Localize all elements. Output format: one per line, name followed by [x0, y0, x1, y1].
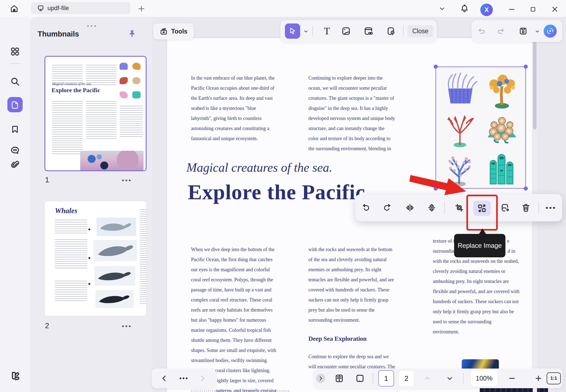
page-icon — [11, 100, 19, 109]
maximize-button[interactable] — [528, 4, 538, 14]
two-page-view-button[interactable] — [333, 372, 345, 384]
close-edit-button[interactable]: Close — [407, 25, 433, 37]
undo-button[interactable] — [476, 25, 488, 37]
link-tool-button[interactable] — [362, 25, 375, 38]
sidebar-item-grid[interactable] — [7, 44, 23, 59]
thumbnail-page-1[interactable]: Magical creatures of the sea. Explore th… — [44, 56, 147, 171]
page-2-button[interactable]: 2 — [398, 370, 414, 387]
highlight-red-arrow — [409, 172, 468, 195]
text-tool-button[interactable]: T — [320, 25, 333, 38]
sidebar-item-comments[interactable] — [7, 143, 23, 158]
selection-handle[interactable] — [524, 186, 528, 191]
crop-button[interactable] — [453, 202, 465, 214]
tools-button[interactable]: Tools — [153, 23, 194, 39]
book-view-icon — [335, 374, 344, 383]
selection-handle[interactable] — [524, 65, 528, 69]
close-edit-label: Close — [412, 28, 428, 35]
bell-icon — [460, 4, 469, 13]
expand-bar-button[interactable] — [316, 374, 325, 383]
minimize-icon — [508, 6, 515, 13]
delete-image-button[interactable] — [520, 202, 532, 214]
thumb1-more-button[interactable]: ••• — [120, 176, 134, 185]
redo-button[interactable] — [495, 25, 507, 37]
page-1-button[interactable]: 1 — [378, 370, 394, 387]
rotate-right-icon — [383, 203, 392, 212]
thumb1-title: Explore the Pacific — [52, 87, 100, 94]
collapse-toolbar-button[interactable] — [437, 5, 447, 13]
nav-more-button[interactable]: ••• — [176, 373, 192, 384]
more-options-button[interactable]: ••• — [544, 202, 558, 214]
ai-assistant-button[interactable] — [544, 25, 557, 38]
doc-text-line: of the sea and cleverly avoiding natural — [308, 255, 408, 265]
stamp-tool-button[interactable] — [384, 25, 397, 38]
actual-size-button[interactable]: 1:1 — [547, 372, 561, 384]
chevron-down-icon — [535, 29, 540, 34]
doc-text-line: astonishing creatures and constituting a — [191, 123, 291, 134]
thumb2-more-button[interactable]: ••• — [120, 322, 134, 330]
save-button[interactable] — [517, 25, 529, 37]
thumbnail-page-2[interactable]: Whales — [44, 201, 147, 316]
sidebar-item-search[interactable] — [7, 74, 23, 89]
export-image-button[interactable] — [499, 202, 511, 214]
chevron-down-icon — [446, 375, 453, 382]
top-bar: updf-file X — [0, 0, 566, 17]
selected-image-frame[interactable] — [436, 67, 526, 189]
save-dropdown[interactable] — [533, 27, 541, 35]
select-tool-button[interactable] — [285, 23, 300, 39]
panel-drag-handle[interactable] — [82, 23, 101, 28]
nav-back-button[interactable] — [158, 373, 170, 384]
doc-text-line: covered with hundreds of suckers. These — [308, 285, 408, 295]
nav-forward-button[interactable] — [196, 373, 208, 384]
chevron-left-icon — [161, 375, 168, 382]
new-tab-button[interactable] — [136, 4, 146, 14]
doc-text-line: Continuing to explore deeper into the — [308, 73, 408, 83]
rotate-right-button[interactable] — [382, 202, 394, 214]
avatar[interactable]: X — [480, 4, 493, 16]
zoom-level-button[interactable]: 100% — [471, 370, 498, 387]
pin-icon — [127, 29, 137, 38]
rotate-left-icon — [361, 203, 370, 212]
thumb1-coral-grid — [120, 63, 143, 104]
doc-col1-frag1: ightly larger in size, covered — [217, 376, 273, 386]
minimize-button[interactable] — [506, 4, 517, 14]
doc-col3-frag-2a: surroundin — [433, 246, 454, 256]
doc-text-line: ambushing prey. Its eight tentacles are — [433, 276, 533, 287]
updf-logo-icon — [9, 370, 21, 382]
doc-col1-clipped-line — [191, 390, 289, 392]
cursor-icon — [288, 27, 297, 35]
presentation-icon — [355, 374, 365, 383]
next-page-button[interactable] — [444, 373, 456, 384]
home-button[interactable] — [8, 3, 20, 14]
chevron-down-icon — [439, 5, 446, 12]
selection-handle[interactable] — [434, 65, 438, 69]
grid-icon — [10, 47, 20, 56]
page-nav-pill: ••• — [152, 369, 216, 388]
select-tool-dropdown[interactable] — [302, 27, 310, 35]
sidebar-item-attachments[interactable] — [7, 157, 23, 172]
thumb2-text-block — [55, 220, 87, 233]
image-tool-button[interactable] — [339, 25, 353, 38]
sidebar-item-bookmarks[interactable] — [7, 122, 23, 137]
zoom-in-button[interactable] — [532, 373, 544, 384]
notifications-button[interactable] — [459, 3, 470, 14]
flip-horizontal-button[interactable] — [404, 202, 416, 214]
image-toolbar-divider — [444, 202, 445, 214]
presentation-mode-button[interactable] — [354, 372, 366, 384]
previous-page-button[interactable] — [421, 373, 433, 384]
chevron-down-icon — [303, 29, 309, 34]
document-tab[interactable]: updf-file — [31, 2, 130, 14]
brand-logo[interactable] — [8, 369, 22, 383]
close-window-button[interactable] — [549, 4, 560, 14]
doc-text-line: surrounding environment. — [308, 315, 408, 325]
whale-icon — [93, 240, 137, 261]
rotate-left-button[interactable] — [360, 202, 372, 214]
zoom-out-button[interactable] — [506, 373, 518, 384]
sidebar-item-thumbnails[interactable] — [7, 97, 23, 112]
doc-text-line: with the rocks and seaweeds on the seabe… — [433, 256, 533, 266]
doc-text-line: reefs are not only habitats for themselv… — [191, 305, 291, 315]
doc-text-line: coral reef ecosystem. Polyps, through th… — [191, 275, 291, 285]
flip-vertical-button[interactable] — [426, 202, 438, 214]
page-scrollbar-thumb[interactable] — [533, 40, 537, 129]
pin-panel-button[interactable] — [126, 28, 138, 40]
doc-text-line: shuttle among them. They have different — [191, 335, 291, 345]
